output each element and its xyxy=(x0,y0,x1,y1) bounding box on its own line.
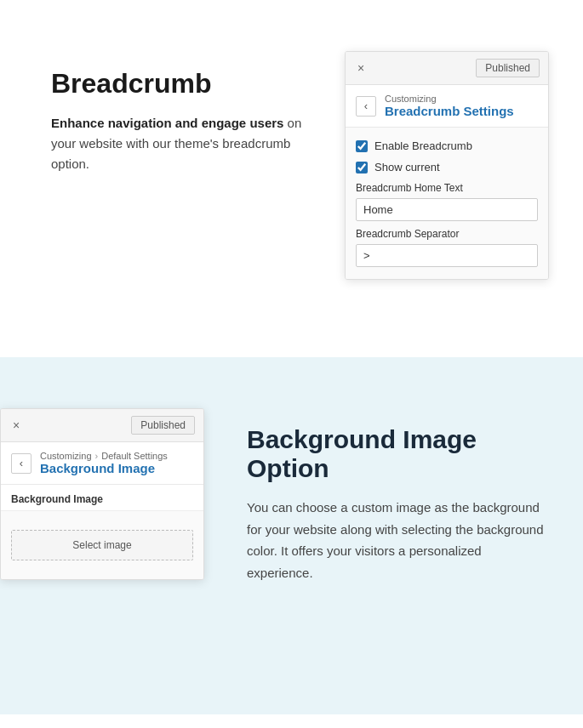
breadcrumb-desc-bold: Enhance navigation and engage users xyxy=(51,116,283,130)
select-image-button[interactable]: Select image xyxy=(11,530,193,560)
breadcrumb-section: Breadcrumb Enhance navigation and engage… xyxy=(0,0,583,357)
bg-section-label: Background Image xyxy=(1,485,203,511)
background-title: Background Image Option xyxy=(247,425,549,483)
panel-topbar: × Published xyxy=(346,52,548,85)
bg-panel-nav-parent: Customizing xyxy=(40,451,92,461)
show-current-checkbox[interactable] xyxy=(356,162,368,173)
background-text-block: Background Image Option You can choose a… xyxy=(238,408,549,583)
enable-breadcrumb-row: Enable Breadcrumb xyxy=(356,139,538,152)
home-text-label: Breadcrumb Home Text xyxy=(356,182,538,194)
breadcrumb-description: Enhance navigation and engage users on y… xyxy=(51,113,311,174)
panel-nav: ‹ Customizing Breadcrumb Settings xyxy=(346,85,548,128)
panel-close-button[interactable]: × xyxy=(354,61,368,75)
panel-content: Enable Breadcrumb Show current Breadcrum… xyxy=(346,128,548,279)
bg-panel-nav-parent-row: Customizing › Default Settings xyxy=(40,451,168,461)
panel-published-badge: Published xyxy=(476,59,540,77)
bg-panel-close-button[interactable]: × xyxy=(9,418,23,432)
bg-panel-topbar: × Published xyxy=(1,409,203,442)
bg-panel-nav-sub: Default Settings xyxy=(101,451,168,461)
panel-back-button[interactable]: ‹ xyxy=(356,96,376,117)
breadcrumb-customizer-panel: × Published ‹ Customizing Breadcrumb Set… xyxy=(345,51,549,280)
panel-nav-title: Breadcrumb Settings xyxy=(385,104,514,118)
bg-panel-nav: ‹ Customizing › Default Settings Backgro… xyxy=(1,442,203,485)
panel-nav-parent: Customizing xyxy=(385,94,514,104)
separator-label: Breadcrumb Separator xyxy=(356,228,538,240)
bg-panel-nav-text: Customizing › Default Settings Backgroun… xyxy=(40,451,168,475)
bg-panel-content: Select image xyxy=(1,511,203,579)
bg-panel-back-button[interactable]: ‹ xyxy=(11,453,31,474)
panel-nav-text: Customizing Breadcrumb Settings xyxy=(385,94,514,118)
separator-input[interactable] xyxy=(356,244,538,267)
breadcrumb-text-block: Breadcrumb Enhance navigation and engage… xyxy=(51,51,345,174)
background-section: × Published ‹ Customizing › Default Sett… xyxy=(0,357,583,714)
enable-breadcrumb-checkbox[interactable] xyxy=(356,140,368,152)
show-current-label: Show current xyxy=(374,161,440,173)
enable-breadcrumb-label: Enable Breadcrumb xyxy=(374,139,472,152)
bg-panel-published-badge: Published xyxy=(131,416,195,435)
background-description: You can choose a custom image as the bac… xyxy=(247,497,549,583)
home-text-input[interactable] xyxy=(356,198,538,221)
show-current-row: Show current xyxy=(356,161,538,173)
background-customizer-panel: × Published ‹ Customizing › Default Sett… xyxy=(0,408,204,580)
bg-panel-nav-arrow: › xyxy=(95,451,99,461)
bg-panel-nav-title: Background Image xyxy=(40,461,168,475)
breadcrumb-title: Breadcrumb xyxy=(51,68,311,100)
